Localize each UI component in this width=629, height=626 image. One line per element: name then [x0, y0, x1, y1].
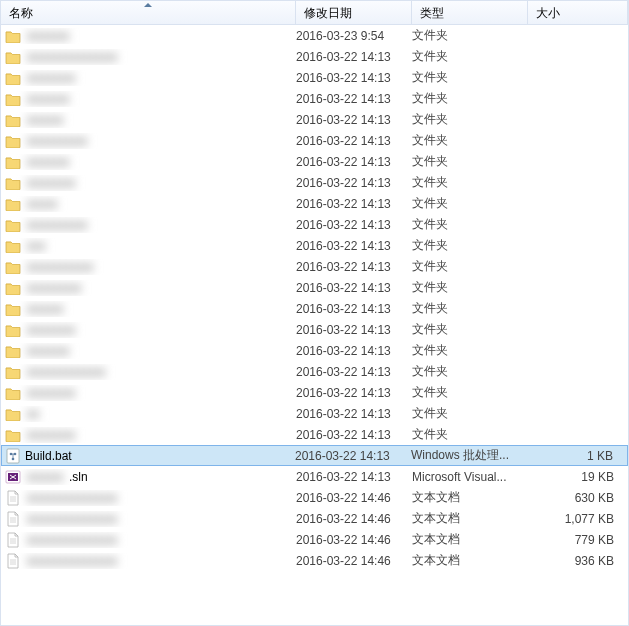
file-name: xxxxxxxxxxxxxxx	[25, 50, 119, 64]
file-type: 文件夹	[412, 321, 528, 338]
file-type: 文件夹	[412, 195, 528, 212]
folder-icon	[5, 49, 21, 65]
file-row[interactable]: xxxxxx.sln2016-03-22 14:13Microsoft Visu…	[1, 466, 628, 487]
file-date: 2016-03-22 14:13	[296, 71, 412, 85]
file-date: 2016-03-22 14:13	[296, 239, 412, 253]
column-label: 修改日期	[304, 6, 352, 20]
sln-icon	[5, 469, 21, 485]
folder-row[interactable]: xxxxxxxx2016-03-22 14:13文件夹	[1, 172, 628, 193]
column-header-type[interactable]: 类型	[412, 1, 528, 24]
file-date: 2016-03-22 14:13	[296, 386, 412, 400]
file-date: 2016-03-22 14:13	[296, 323, 412, 337]
folder-row[interactable]: xxxxxxx2016-03-22 14:13文件夹	[1, 340, 628, 361]
folder-row[interactable]: xxxxxxxxx2016-03-22 14:13文件夹	[1, 277, 628, 298]
file-type: 文件夹	[412, 174, 528, 191]
txt-icon	[5, 511, 21, 527]
column-header: 名称 修改日期 类型 大小	[1, 1, 628, 25]
file-name: xxxxxxxxxxx	[25, 260, 95, 274]
file-date: 2016-03-23 9:54	[296, 29, 412, 43]
file-row-selected[interactable]: Build.bat2016-03-22 14:13Windows 批处理...1…	[1, 445, 628, 466]
folder-icon	[5, 154, 21, 170]
folder-icon	[5, 364, 21, 380]
file-type: 文件夹	[412, 216, 528, 233]
folder-icon	[5, 28, 21, 44]
file-date: 2016-03-22 14:46	[296, 554, 412, 568]
file-name: xxxxxxx	[25, 344, 71, 358]
folder-row[interactable]: xxxxxxxx2016-03-22 14:13文件夹	[1, 382, 628, 403]
folder-row[interactable]: xxxxxxx2016-03-22 14:13文件夹	[1, 88, 628, 109]
file-date: 2016-03-22 14:46	[296, 512, 412, 526]
txt-icon	[5, 553, 21, 569]
file-name: xxxxxxxxxx	[25, 218, 89, 232]
folder-row[interactable]: xxxxxxxxxxxxx2016-03-22 14:13文件夹	[1, 361, 628, 382]
file-date: 2016-03-22 14:13	[296, 113, 412, 127]
column-header-name[interactable]: 名称	[1, 1, 296, 24]
folder-row[interactable]: xxxxxxxxxx2016-03-22 14:13文件夹	[1, 214, 628, 235]
file-date: 2016-03-22 14:13	[296, 197, 412, 211]
folder-row[interactable]: xxxxxxx2016-03-22 14:13文件夹	[1, 151, 628, 172]
file-type: 文件夹	[412, 237, 528, 254]
file-type: 文本文档	[412, 510, 528, 527]
folder-icon	[5, 322, 21, 338]
file-name: xxxxxxxxxxxxxxx	[25, 554, 119, 568]
file-type: 文件夹	[412, 279, 528, 296]
folder-row[interactable]: xxxxxxxx2016-03-22 14:13文件夹	[1, 319, 628, 340]
file-name: xxxxxxxx	[25, 176, 77, 190]
column-label: 大小	[536, 6, 560, 20]
file-date: 2016-03-22 14:46	[296, 491, 412, 505]
sort-ascending-icon	[144, 3, 152, 7]
file-name: xxxxxxxx	[25, 323, 77, 337]
file-type: 文件夹	[412, 405, 528, 422]
folder-icon	[5, 301, 21, 317]
file-type: Microsoft Visual...	[412, 470, 528, 484]
file-name: xxxxx	[25, 197, 59, 211]
file-date: 2016-03-22 14:13	[296, 344, 412, 358]
folder-row[interactable]: xxxxx2016-03-22 14:13文件夹	[1, 193, 628, 214]
file-date: 2016-03-22 14:13	[296, 428, 412, 442]
file-type: 文件夹	[412, 132, 528, 149]
file-type: 文件夹	[412, 342, 528, 359]
file-date: 2016-03-22 14:13	[296, 365, 412, 379]
file-list[interactable]: xxxxxxx2016-03-23 9:54文件夹xxxxxxxxxxxxxxx…	[1, 25, 628, 625]
folder-icon	[5, 385, 21, 401]
folder-row[interactable]: xxxxxxxx2016-03-22 14:13文件夹	[1, 67, 628, 88]
folder-row[interactable]: xxxxxxxx2016-03-22 14:13文件夹	[1, 424, 628, 445]
folder-icon	[5, 217, 21, 233]
folder-row[interactable]: xxxxxx2016-03-22 14:13文件夹	[1, 109, 628, 130]
file-name: xxxxxx	[25, 470, 65, 484]
file-date: 2016-03-22 14:13	[296, 176, 412, 190]
folder-row[interactable]: xxxxxxx2016-03-23 9:54文件夹	[1, 25, 628, 46]
column-header-date[interactable]: 修改日期	[296, 1, 412, 24]
folder-icon	[5, 196, 21, 212]
file-date: 2016-03-22 14:13	[296, 92, 412, 106]
file-row[interactable]: xxxxxxxxxxxxxxx2016-03-22 14:46文本文档630 K…	[1, 487, 628, 508]
file-name: xxxxxxxxxxxxxxx	[25, 512, 119, 526]
file-type: 文件夹	[412, 384, 528, 401]
file-size: 630 KB	[528, 491, 628, 505]
file-name: xxxxxxxx	[25, 71, 77, 85]
file-size: 779 KB	[528, 533, 628, 547]
folder-row[interactable]: xx2016-03-22 14:13文件夹	[1, 403, 628, 424]
file-row[interactable]: xxxxxxxxxxxxxxx2016-03-22 14:46文本文档1,077…	[1, 508, 628, 529]
file-row[interactable]: xxxxxxxxxxxxxxx2016-03-22 14:46文本文档936 K…	[1, 550, 628, 571]
file-type: 文件夹	[412, 48, 528, 65]
column-label: 名称	[9, 6, 33, 20]
folder-icon	[5, 133, 21, 149]
folder-row[interactable]: xxxxxx2016-03-22 14:13文件夹	[1, 298, 628, 319]
column-header-size[interactable]: 大小	[528, 1, 628, 24]
folder-row[interactable]: xxxxxxxxxxxxxxx2016-03-22 14:13文件夹	[1, 46, 628, 67]
file-name: xxxxxxx	[25, 92, 71, 106]
txt-icon	[5, 490, 21, 506]
folder-icon	[5, 280, 21, 296]
folder-icon	[5, 175, 21, 191]
file-size: 19 KB	[528, 470, 628, 484]
file-name: xxxxxxxxxxxxx	[25, 365, 107, 379]
folder-row[interactable]: xxxxxxxxxxx2016-03-22 14:13文件夹	[1, 256, 628, 277]
file-row[interactable]: xxxxxxxxxxxxxxx2016-03-22 14:46文本文档779 K…	[1, 529, 628, 550]
folder-row[interactable]: xxx2016-03-22 14:13文件夹	[1, 235, 628, 256]
file-name: xxxxxx	[25, 302, 65, 316]
file-name: xx	[25, 407, 41, 421]
folder-row[interactable]: xxxxxxxxxx2016-03-22 14:13文件夹	[1, 130, 628, 151]
file-type: 文件夹	[412, 426, 528, 443]
folder-icon	[5, 427, 21, 443]
